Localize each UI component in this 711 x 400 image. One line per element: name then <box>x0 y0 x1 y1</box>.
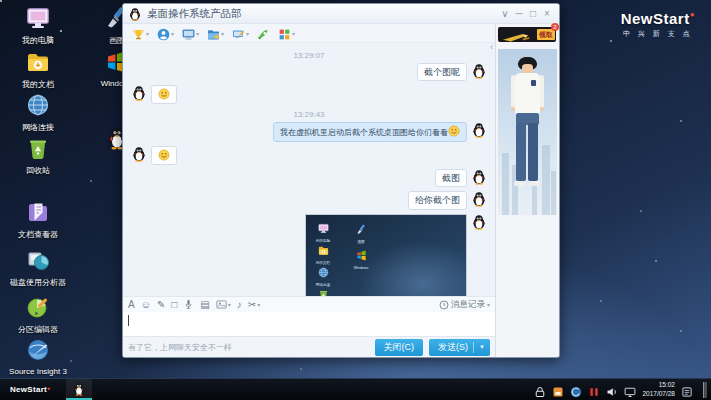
qq-avatar[interactable] <box>471 169 487 185</box>
desktop-icon-network[interactable]: 网络连接 <box>7 93 69 133</box>
chat-footer: 有了它，上网聊天安全不一样 关闭(C) 发送(S) ▼ <box>123 336 495 357</box>
ad-banner[interactable]: 领取 2 <box>498 27 556 42</box>
desktop-icon-label: 磁盘使用分析器 <box>7 277 69 288</box>
show-desktop-button[interactable] <box>703 382 707 398</box>
chat-message-list[interactable]: 13:29:07截个图呢13:29:43我在虚拟机里启动后截个系统桌面图给你们看… <box>123 43 495 296</box>
file-transfer-icon <box>207 27 220 40</box>
clock-icon <box>439 300 449 310</box>
minimize-icon[interactable]: ─ <box>512 5 526 23</box>
screenshot-icon: □ <box>171 298 177 312</box>
desktop-icon-source-insight[interactable]: Source Insight 3 <box>7 338 69 376</box>
dropdown-caret-icon[interactable]: ▾ <box>246 30 249 37</box>
tray-display-icon[interactable] <box>624 384 636 396</box>
qq-avatar[interactable] <box>471 63 487 79</box>
member-profile-button[interactable]: ▾ <box>154 26 177 41</box>
emoticon-button[interactable]: ☺ <box>141 298 151 312</box>
qq-avatar[interactable] <box>471 122 487 138</box>
city-silhouette <box>551 171 556 215</box>
remote-assist-button[interactable]: ▾ <box>229 26 252 41</box>
tray-notifications-icon[interactable] <box>681 384 693 396</box>
desktop-icon-recycle-bin[interactable]: 回收站 <box>7 136 69 176</box>
clip-button[interactable]: ✂▾ <box>248 298 260 312</box>
start-button[interactable]: NewStart● <box>4 379 56 400</box>
taskbar-qq-task[interactable] <box>66 379 92 400</box>
emoji-face-icon <box>158 149 170 161</box>
chat-image-screenshot[interactable]: 我的电脑我的文档网络连接回收站画图Windows <box>305 214 467 297</box>
voice-message-button[interactable] <box>183 299 194 310</box>
chat-bubble: 截图 <box>435 169 467 187</box>
window-settings-chevron-icon[interactable]: ∨ <box>498 5 512 23</box>
history-button[interactable]: 消息记录▾ <box>439 299 490 311</box>
send-button[interactable]: 发送(S) ▼ <box>429 339 490 356</box>
promo-link[interactable]: 有了它，上网聊天安全不一样 <box>128 342 375 353</box>
dropdown-caret-icon[interactable]: ▾ <box>146 30 149 37</box>
audio-call-button[interactable] <box>254 26 273 41</box>
screen-share-button[interactable]: ▾ <box>179 26 202 41</box>
desktop-icon-partition-editor[interactable]: 分区编辑器 <box>7 295 69 335</box>
ad-badge: 2 <box>551 23 559 31</box>
timestamp: 13:29:07 <box>123 51 495 60</box>
group-activity-button[interactable]: ▾ <box>129 26 152 41</box>
qq-avatar[interactable] <box>131 85 147 101</box>
mini-qq-icon <box>360 293 371 297</box>
taskbar: NewStart● 15:02 2017/07/28 <box>0 378 711 400</box>
qq-avatar[interactable] <box>471 214 487 230</box>
qq-avatar[interactable] <box>471 191 487 207</box>
newstart-watermark: NewStart● 中 兴 新 支 点 <box>621 10 695 39</box>
network-icon <box>26 93 50 117</box>
qq-avatar[interactable] <box>131 146 147 162</box>
window-titlebar[interactable]: 桌面操作系统产品部 ∨ ─ □ × <box>123 4 559 24</box>
close-chat-button[interactable]: 关闭(C) <box>375 339 424 356</box>
dropdown-caret-icon[interactable]: ▾ <box>257 298 260 312</box>
member-profile-icon <box>157 27 170 40</box>
emoji-face-icon <box>448 125 460 137</box>
tray-lock-icon[interactable] <box>534 384 546 396</box>
dropdown-caret-icon[interactable]: ▾ <box>228 298 231 312</box>
tray-volume-icon[interactable] <box>606 384 618 396</box>
chat-bubble <box>151 85 177 104</box>
chat-message-row: 给你截个图 <box>131 191 487 209</box>
figure-chest-logo <box>531 80 536 86</box>
tray-input-method-icon[interactable] <box>588 384 600 396</box>
nudge-button[interactable]: ✎ <box>157 298 165 312</box>
chat-message-row: 截图 <box>131 169 487 187</box>
group-apps-button[interactable]: ▾ <box>275 26 298 41</box>
desktop-icon-my-computer[interactable]: 我的电脑 <box>7 6 69 46</box>
my-computer-icon <box>26 6 50 30</box>
chat-message-row <box>131 146 487 165</box>
desktop[interactable]: NewStart● 中 兴 新 支 点 我的电脑我的文档网络连接回收站文档查看器… <box>0 0 711 400</box>
qqshow-collapse-icon[interactable]: ‹ <box>490 42 493 52</box>
source-insight-icon <box>26 338 50 362</box>
message-input[interactable] <box>123 312 495 336</box>
dropdown-caret-icon[interactable]: ▾ <box>487 301 490 308</box>
figure-torso <box>515 73 540 115</box>
dropdown-caret-icon[interactable]: ▾ <box>292 30 295 37</box>
notes-button[interactable]: ▤ <box>200 298 209 312</box>
send-options-caret-icon[interactable]: ▼ <box>479 344 485 350</box>
qq-show-avatar[interactable] <box>498 49 557 215</box>
dropdown-caret-icon[interactable]: ▾ <box>196 30 199 37</box>
screenshot-button[interactable]: □ <box>171 298 177 312</box>
chat-header-toolbar: ▾▾▾▾▾▾ <box>123 24 495 43</box>
desktop-icon-disk-analyzer[interactable]: 磁盘使用分析器 <box>7 248 69 288</box>
dropdown-caret-icon[interactable]: ▾ <box>221 30 224 37</box>
music-button[interactable]: ♪ <box>237 298 242 312</box>
tray-network-icon[interactable] <box>570 384 582 396</box>
ad-claim-button[interactable]: 领取 <box>537 29 555 40</box>
emoticon-icon: ☺ <box>141 298 151 312</box>
dropdown-caret-icon[interactable]: ▾ <box>171 30 174 37</box>
my-documents-icon <box>26 50 50 74</box>
file-transfer-button[interactable]: ▾ <box>204 26 227 41</box>
city-silhouette <box>542 145 550 215</box>
close-icon[interactable]: × <box>540 5 554 23</box>
font-button[interactable]: A <box>128 298 135 312</box>
taskbar-clock[interactable]: 15:02 2017/07/28 <box>642 381 675 398</box>
desktop-icon-doc-viewer[interactable]: 文档查看器 <box>7 200 69 240</box>
maximize-icon[interactable]: □ <box>526 5 540 23</box>
group-activity-icon <box>132 27 145 40</box>
figure-fringe <box>520 57 535 64</box>
desktop-icon-my-documents[interactable]: 我的文档 <box>7 50 69 90</box>
tray-app-icon[interactable] <box>552 384 564 396</box>
send-image-button[interactable]: ▾ <box>216 298 231 312</box>
clip-icon: ✂ <box>248 298 256 312</box>
